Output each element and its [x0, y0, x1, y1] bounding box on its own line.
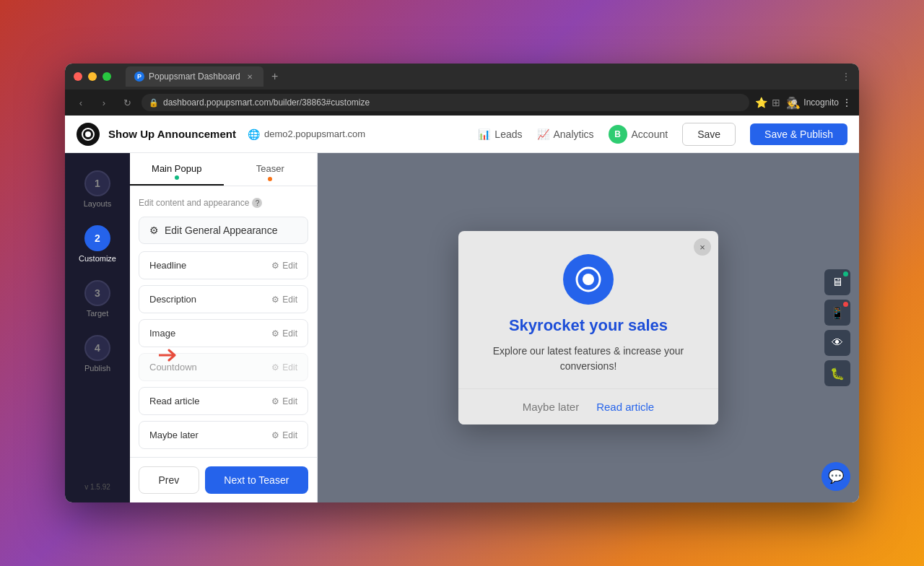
tab-close-button[interactable]: ✕: [245, 71, 255, 82]
tab-bar: P Popupsmart Dashboard ✕ +: [126, 66, 836, 87]
description-edit-btn[interactable]: ⚙ Edit: [271, 295, 297, 305]
sidebar-item-target[interactable]: 3 Target: [71, 274, 123, 323]
browser-titlebar: P Popupsmart Dashboard ✕ + ⋮: [65, 64, 859, 90]
analytics-nav[interactable]: 📈 Analytics: [537, 129, 594, 140]
edit-general-button[interactable]: ⚙ Edit General Appearance: [139, 217, 308, 244]
main-layout: 1 Layouts 2 Customize 3 Target 4 Publish…: [65, 153, 859, 502]
panel-content: Edit content and appearance ? ⚙ Edit Gen…: [130, 186, 317, 457]
preview-button[interactable]: 👁: [824, 330, 850, 356]
sidebar-step-4: 4: [84, 335, 110, 361]
address-bar[interactable]: 🔒 dashboard.popupsmart.com/builder/38863…: [141, 94, 749, 111]
chat-icon: 💬: [828, 469, 844, 484]
read-article-edit-btn[interactable]: ⚙ Edit: [271, 396, 297, 406]
popup-headline: Skyrocket your sales: [479, 316, 698, 335]
read-article-label: Read article: [149, 396, 199, 406]
close-window-button[interactable]: [74, 72, 82, 81]
maybe-later-edit-btn[interactable]: ⚙ Edit: [271, 430, 297, 440]
domain-text: demo2.popupsmart.com: [264, 129, 365, 139]
mobile-active-dot: [843, 302, 848, 307]
desktop-icon: 🖥: [832, 276, 843, 289]
desktop-view-button[interactable]: 🖥: [824, 269, 850, 295]
headline-edit-btn[interactable]: ⚙ Edit: [271, 261, 297, 271]
debug-button[interactable]: 🐛: [824, 360, 850, 386]
right-toolbar: 🖥 📱 👁 🐛: [824, 269, 850, 386]
edit-icon-countdown: ⚙: [271, 362, 279, 373]
tab-main-popup[interactable]: Main Popup: [130, 153, 224, 186]
popup-preview: Skyrocket your sales Explore our latest …: [458, 231, 718, 425]
chat-button[interactable]: 💬: [821, 462, 850, 491]
mobile-view-button[interactable]: 📱: [824, 300, 850, 326]
sidebar-label-publish: Publish: [84, 364, 110, 373]
main-popup-dot: [175, 175, 179, 180]
popup-actions: Maybe later Read article: [458, 388, 718, 425]
tab-teaser[interactable]: Teaser: [224, 153, 318, 186]
browser-toolbar: ‹ › ↻ 🔒 dashboard.popupsmart.com/builder…: [65, 90, 859, 116]
app-content: Show Up Announcement 🌐 demo2.popupsmart.…: [65, 116, 859, 502]
maximize-window-button[interactable]: [103, 72, 111, 81]
leads-label: Leads: [494, 129, 522, 140]
analytics-icon: 📈: [537, 129, 549, 140]
forward-button[interactable]: ›: [95, 94, 113, 111]
header-nav: 📊 Leads 📈 Analytics B Account Save Save …: [478, 123, 847, 146]
edit-icon-maybe-later: ⚙: [271, 430, 279, 440]
headline-row[interactable]: Headline ⚙ Edit: [139, 251, 308, 279]
tab-favicon: P: [134, 71, 144, 82]
popup-close-button[interactable]: ×: [694, 238, 711, 256]
desktop-active-dot: [843, 271, 848, 277]
maybe-later-row[interactable]: Maybe later ⚙ Edit: [139, 421, 308, 449]
svg-point-3: [583, 274, 594, 285]
sidebar-item-layouts[interactable]: 1 Layouts: [71, 165, 123, 214]
account-avatar: B: [609, 125, 627, 144]
help-icon: ?: [252, 198, 262, 208]
teaser-dot: [268, 177, 272, 181]
refresh-button[interactable]: ↻: [118, 94, 136, 111]
panel-tabs: Main Popup Teaser: [130, 153, 317, 186]
app-title: Show Up Announcement: [108, 128, 236, 140]
version-label: v 1.5.92: [84, 483, 110, 491]
sidebar-item-customize[interactable]: 2 Customize: [71, 219, 123, 269]
description-row[interactable]: Description ⚙ Edit: [139, 285, 308, 313]
arrow-indicator: [159, 347, 180, 367]
edit-icon-description: ⚙: [271, 295, 279, 305]
leads-nav[interactable]: 📊 Leads: [478, 129, 522, 140]
image-label: Image: [149, 328, 175, 339]
sidebar-label-target: Target: [87, 309, 109, 318]
toolbar-icons: ⭐ ⊞: [755, 97, 780, 108]
account-label: Account: [632, 129, 668, 140]
sidebar-item-publish[interactable]: 4 Publish: [71, 329, 123, 378]
save-publish-button[interactable]: Save & Publish: [750, 123, 847, 145]
back-button[interactable]: ‹: [72, 94, 90, 111]
edit-icon-image: ⚙: [271, 328, 279, 339]
prev-button[interactable]: Prev: [139, 466, 199, 494]
new-tab-button[interactable]: +: [266, 68, 284, 85]
description-label: Description: [149, 294, 196, 305]
sidebar-label-customize: Customize: [79, 254, 116, 263]
maybe-later-button[interactable]: Maybe later: [523, 401, 579, 413]
panel-footer: Prev Next to Teaser: [130, 457, 317, 502]
save-button[interactable]: Save: [682, 123, 736, 146]
sidebar-step-3: 3: [84, 280, 110, 306]
bug-icon: 🐛: [830, 367, 845, 380]
image-row[interactable]: Image ⚙ Edit: [139, 319, 308, 347]
minimize-window-button[interactable]: [88, 72, 97, 81]
browser-tab[interactable]: P Popupsmart Dashboard ✕: [126, 66, 263, 87]
account-nav[interactable]: B Account: [609, 125, 668, 144]
domain-badge: 🌐 demo2.popupsmart.com: [248, 129, 365, 140]
settings-icon: ⚙: [149, 225, 159, 236]
next-to-teaser-button[interactable]: Next to Teaser: [205, 466, 308, 494]
incognito-badge: 🕵 Incognito ⋮: [786, 96, 852, 110]
section-label: Edit content and appearance ?: [139, 198, 308, 208]
read-article-row[interactable]: Read article ⚙ Edit: [139, 387, 308, 415]
leads-icon: 📊: [478, 129, 490, 140]
url-text: dashboard.popupsmart.com/builder/38863#c…: [163, 97, 370, 108]
image-edit-btn[interactable]: ⚙ Edit: [271, 328, 297, 339]
edit-icon-read-article: ⚙: [271, 396, 279, 406]
sidebar-label-layouts: Layouts: [84, 199, 112, 208]
sidebar-step-2: 2: [84, 225, 110, 251]
svg-point-1: [85, 131, 91, 137]
popup-logo: [563, 254, 614, 305]
read-article-button[interactable]: Read article: [596, 401, 654, 413]
countdown-edit-btn: ⚙ Edit: [271, 362, 297, 373]
sidebar-step-1: 1: [84, 170, 110, 196]
sidebar: 1 Layouts 2 Customize 3 Target 4 Publish…: [65, 153, 130, 502]
